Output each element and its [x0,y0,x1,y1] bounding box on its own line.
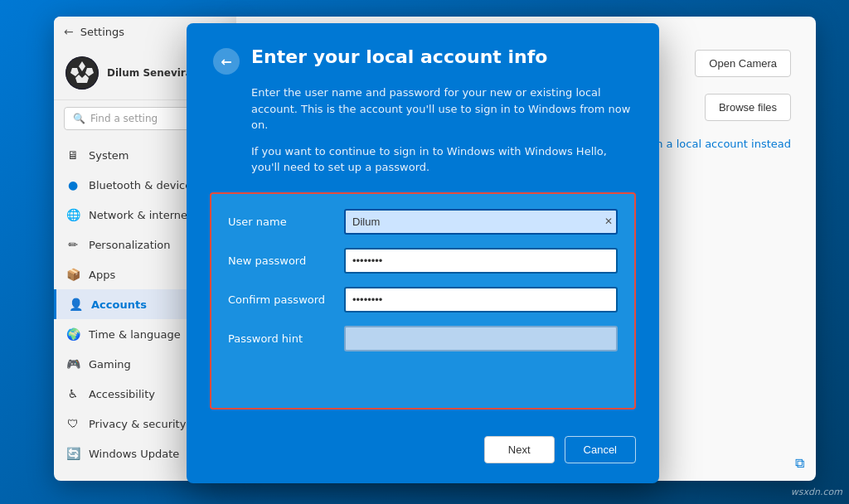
apps-icon: 📦 [65,267,80,282]
sidebar-item-label: Gaming [89,358,131,371]
username-label: User name [228,216,344,228]
confirm-password-input-wrap [344,287,618,313]
system-icon: 🖥 [65,148,80,162]
password-hint-row: Password hint [228,326,618,351]
new-password-label: New password [228,254,344,267]
modal-title: Enter your local account info [251,46,633,67]
sidebar-item-label: System [89,149,129,162]
password-hint-label: Password hint [228,332,344,345]
gaming-icon: 🎮 [65,356,80,371]
sidebar-item-label: Network & internet [89,209,192,221]
username-input[interactable] [344,209,618,235]
network-icon: 🌐 [65,207,80,222]
watermark: wsxdn.com [791,487,842,497]
sidebar-item-label: Privacy & security [89,418,186,430]
search-icon: 🔍 [73,113,85,124]
confirm-password-label: Confirm password [228,293,344,306]
window-title: Settings [80,26,124,38]
back-button[interactable]: ← [64,25,74,38]
new-password-row: New password [228,248,618,274]
privacy-icon: 🛡 [65,416,80,431]
password-hint-input[interactable] [344,326,618,351]
modal-header: ← Enter your local account info [187,23,659,75]
bluetooth-icon: ● [65,177,80,192]
time-icon: 🌍 [65,327,80,342]
modal-form: User name ✕ New password Confirm passwor… [210,192,636,410]
avatar [65,56,99,90]
modal-description1: Enter the user name and password for you… [187,75,659,133]
password-hint-input-wrap [344,326,618,351]
modal-footer: Next Cancel [187,426,659,483]
update-icon: 🔄 [65,446,80,461]
external-link-icon[interactable]: ⧉ [795,455,804,471]
open-camera-button[interactable]: Open Camera [695,50,791,77]
new-password-input-wrap [344,248,618,274]
accessibility-icon: ♿ [65,386,80,401]
sidebar-item-label: Accounts [91,298,147,311]
accounts-icon: 👤 [68,297,83,312]
sidebar-item-label: Personalization [89,239,171,251]
sidebar-item-label: Windows Update [89,448,179,460]
sidebar-item-label: Apps [89,269,115,281]
cancel-button[interactable]: Cancel [565,436,636,463]
sidebar-item-label: Bluetooth & devices [89,179,197,191]
clear-icon[interactable]: ✕ [604,216,613,227]
confirm-password-input[interactable] [344,287,618,313]
switch-account-link[interactable]: with a local account instead [640,138,791,150]
new-password-input[interactable] [344,248,618,274]
next-button[interactable]: Next [484,436,555,463]
local-account-modal: ← Enter your local account info Enter th… [187,23,659,483]
username-input-wrap: ✕ [344,209,618,235]
modal-description2: If you want to continue to sign in to Wi… [187,133,659,176]
username-row: User name ✕ [228,209,618,235]
confirm-password-row: Confirm password [228,287,618,313]
search-placeholder: Find a setting [90,113,158,124]
modal-back-button[interactable]: ← [213,48,240,75]
back-arrow-icon: ← [221,54,231,70]
browse-files-button[interactable]: Browse files [705,94,791,121]
personalization-icon: ✏️ [65,237,80,252]
sidebar-item-label: Accessibility [89,388,155,400]
sidebar-item-label: Time & language [89,328,181,341]
